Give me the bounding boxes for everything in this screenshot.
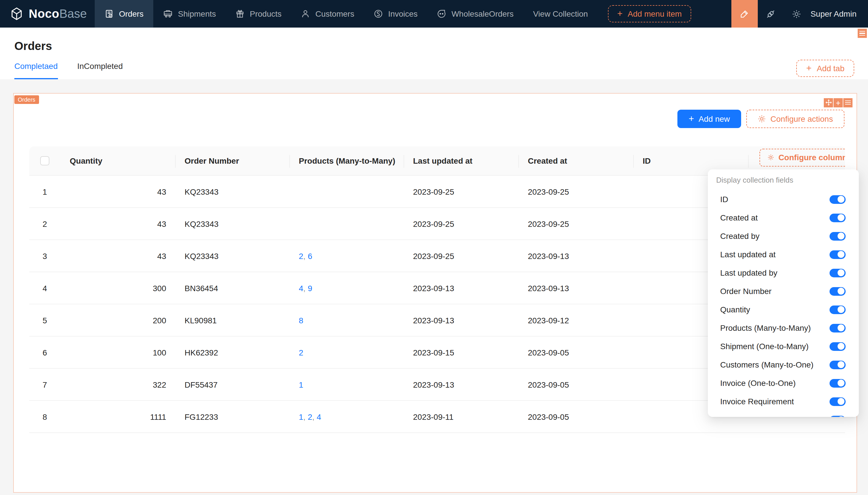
field-toggle-created-by[interactable]: Created by xyxy=(708,227,859,245)
add-block-icon[interactable]: + xyxy=(834,98,843,107)
plus-icon: + xyxy=(617,9,623,18)
add-menu-item-button[interactable]: +Add menu item xyxy=(608,5,691,22)
select-all-checkbox[interactable] xyxy=(40,156,49,165)
settings-button[interactable] xyxy=(784,0,810,28)
product-link[interactable]: 6 xyxy=(308,251,312,260)
tab-incompleted[interactable]: InCompleted xyxy=(77,62,123,79)
toggle-switch[interactable] xyxy=(829,287,845,295)
row-index-cell: 2 xyxy=(29,208,60,239)
product-link[interactable]: 4 xyxy=(317,412,321,421)
field-toggle-last-updated-at[interactable]: Last updated at xyxy=(708,245,859,263)
order-number-cell: KL90981 xyxy=(175,304,290,336)
toggle-switch[interactable] xyxy=(829,213,845,222)
product-link[interactable]: 2 xyxy=(299,251,303,260)
add-new-button[interactable]: +Add new xyxy=(677,109,741,128)
row-index-cell: 8 xyxy=(29,401,60,432)
toggle-switch[interactable] xyxy=(829,269,845,277)
truck-icon xyxy=(163,9,173,18)
column-header-created-at[interactable]: Created at xyxy=(519,147,633,175)
app-root: NocoBase OrdersShipmentsProductsCustomer… xyxy=(0,0,868,495)
nav-item-wholesaleorders[interactable]: WholesaleOrders xyxy=(428,0,523,28)
order-number-cell: FG12233 xyxy=(175,401,290,432)
last-updated-cell: 2023-09-13 xyxy=(404,304,519,336)
product-link[interactable]: 1 xyxy=(299,412,303,421)
field-toggle-id[interactable]: ID xyxy=(708,190,859,208)
block-designer-toolbar: + xyxy=(824,98,852,107)
plugin-manager-button[interactable] xyxy=(758,0,784,28)
field-toggle-customers-many-to-one-[interactable]: Customers (Many-to-One) xyxy=(708,356,859,374)
nav-item-view-collection[interactable]: View Collection xyxy=(523,0,597,28)
toggle-switch[interactable] xyxy=(829,379,845,387)
field-toggle-order-number[interactable]: Order Number xyxy=(708,282,859,300)
toggle-switch[interactable] xyxy=(829,195,845,204)
column-header-quantity[interactable]: Quantity xyxy=(60,147,175,175)
gear-icon xyxy=(767,154,774,161)
toggle-switch[interactable] xyxy=(829,305,845,314)
field-toggle-invoice-requirement[interactable]: Invoice Requirement xyxy=(708,392,859,411)
field-toggle-invoice-one-to-one-[interactable]: Invoice (One-to-One) xyxy=(708,374,859,392)
toggle-switch[interactable] xyxy=(829,324,845,332)
configure-actions-button[interactable]: Configure actions xyxy=(746,109,845,128)
created-cell: 2023-09-05 xyxy=(519,401,633,432)
field-toggle-shipment-one-to-many-[interactable]: Shipment (One-to-Many) xyxy=(708,337,859,356)
last-updated-cell: 2023-09-15 xyxy=(404,337,519,368)
navbar-right: Super Admin xyxy=(731,0,868,28)
tab-completaed[interactable]: Completaed xyxy=(14,62,58,79)
products-cell: 2, 6 xyxy=(290,240,404,272)
toggle-switch[interactable] xyxy=(829,342,845,351)
column-header-products[interactable]: Products (Many-to-Many) xyxy=(290,147,404,175)
product-link[interactable]: 1 xyxy=(299,380,303,389)
column-header-order-number[interactable]: Order Number xyxy=(175,147,290,175)
nav-item-shipments[interactable]: Shipments xyxy=(153,0,226,28)
ui-editor-button[interactable] xyxy=(731,0,758,28)
field-toggle-last-updated-by[interactable]: Last updated by xyxy=(708,263,859,282)
toggle-switch[interactable] xyxy=(829,397,845,406)
user-menu[interactable]: Super Admin xyxy=(811,9,856,18)
display-fields-dropdown: Display collection fields IDCreated atCr… xyxy=(708,169,859,417)
nav-item-products[interactable]: Products xyxy=(226,0,291,28)
last-updated-cell: 2023-09-25 xyxy=(404,240,519,272)
products-cell xyxy=(290,176,404,207)
nav-item-orders[interactable]: Orders xyxy=(95,0,153,28)
nocobase-logo[interactable]: NocoBase xyxy=(0,6,95,21)
field-toggle-created-at[interactable]: Created at xyxy=(708,208,859,227)
toggle-switch[interactable] xyxy=(829,250,845,259)
toggle-switch[interactable] xyxy=(829,415,845,417)
quantity-cell: 100 xyxy=(60,337,175,368)
block-menu-icon[interactable] xyxy=(843,98,852,107)
product-link[interactable]: 2 xyxy=(308,412,312,421)
nav-item-customers[interactable]: Customers xyxy=(291,0,364,28)
toggle-switch[interactable] xyxy=(829,360,845,369)
product-link[interactable]: 9 xyxy=(308,284,312,293)
products-cell: 8 xyxy=(290,304,404,336)
block-collection-badge: Orders xyxy=(14,95,39,104)
logo-text-light: Base xyxy=(59,7,87,21)
logo-text-bold: Noco xyxy=(29,7,59,21)
gear-icon xyxy=(792,9,801,19)
dropdown-item-partial[interactable] xyxy=(708,411,859,417)
order-number-cell: KQ23343 xyxy=(175,240,290,272)
products-cell: 1 xyxy=(290,369,404,400)
drag-handle-icon[interactable] xyxy=(824,98,833,107)
product-link[interactable]: 8 xyxy=(299,315,303,325)
nav-item-invoices[interactable]: Invoices xyxy=(364,0,428,28)
last-updated-cell: 2023-09-11 xyxy=(404,401,519,432)
field-toggle-products-many-to-many-[interactable]: Products (Many-to-Many) xyxy=(708,319,859,337)
last-updated-cell: 2023-09-13 xyxy=(404,369,519,400)
row-index-cell: 1 xyxy=(29,176,60,207)
quantity-cell: 1111 xyxy=(60,401,175,432)
product-link[interactable]: 2 xyxy=(299,348,303,357)
row-index-cell: 3 xyxy=(29,240,60,272)
orders-icon xyxy=(104,9,114,18)
product-link[interactable]: 4 xyxy=(299,284,303,293)
add-tab-button[interactable]: +Add tab xyxy=(797,60,854,77)
products-cell: 2 xyxy=(290,337,404,368)
field-toggle-quantity[interactable]: Quantity xyxy=(708,300,859,319)
page-menu-toggle[interactable] xyxy=(858,29,867,38)
page-title: Orders xyxy=(14,40,52,53)
column-header-last-updated-at[interactable]: Last updated at xyxy=(404,147,519,175)
toggle-switch[interactable] xyxy=(829,232,845,240)
order-number-cell: DF55437 xyxy=(175,369,290,400)
quantity-cell: 43 xyxy=(60,176,175,207)
configure-columns-button[interactable]: Configure columns xyxy=(759,149,845,167)
